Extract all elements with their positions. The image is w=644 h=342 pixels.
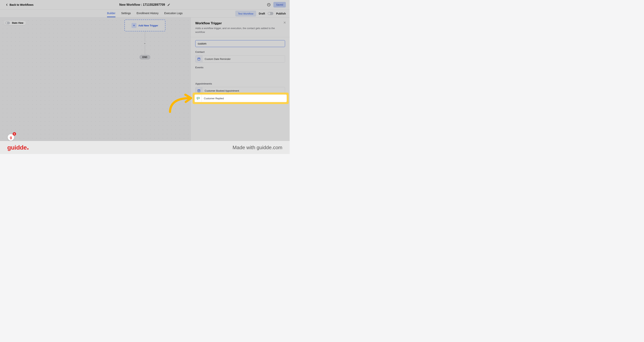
tab-execution[interactable]: Execution Logs <box>164 10 183 17</box>
tab-builder[interactable]: Builder <box>107 10 116 17</box>
footer-brand: guidde <box>7 144 28 151</box>
tabs: Builder Settings Enrollment History Exec… <box>107 10 182 17</box>
back-to-workflows-link[interactable]: Back to Workflows <box>6 3 34 6</box>
flow-connector <box>145 31 145 42</box>
panel-body: Contact Custom Date Reminder Events Appo… <box>191 37 290 141</box>
highlight-placeholder <box>195 71 285 82</box>
trigger-panel: Workflow Trigger Adds a workflow trigger… <box>190 17 290 141</box>
stats-label: Stats View <box>12 22 23 24</box>
panel-description: Adds a workflow trigger, and on executio… <box>195 26 285 34</box>
category-appointments-label: Appointments <box>195 82 285 85</box>
trigger-label: Customer Booked Appointment <box>202 89 242 92</box>
svg-rect-1 <box>198 58 200 60</box>
tabbar: Builder Settings Enrollment History Exec… <box>0 9 290 17</box>
tab-enrollment[interactable]: Enrollment History <box>137 10 158 17</box>
pencil-icon[interactable] <box>167 3 170 6</box>
chat-icon <box>195 95 202 102</box>
chevron-left-icon <box>6 4 8 6</box>
add-trigger-node[interactable]: Add New Trigger <box>124 19 166 31</box>
footer-madewith: Made with guidde.com <box>232 145 282 151</box>
publish-toggle[interactable] <box>268 12 273 15</box>
close-button[interactable] <box>283 21 286 25</box>
guidde-badge[interactable]: g 6 <box>8 133 15 141</box>
plus-icon <box>132 23 136 28</box>
flow-connector <box>145 45 145 55</box>
add-trigger-label: Add New Trigger <box>138 24 158 27</box>
add-step-button[interactable]: + <box>143 42 146 45</box>
tabbar-right: Test Workflow Draft Publish <box>235 10 286 16</box>
end-node: END <box>139 55 150 59</box>
saved-button[interactable]: Saved <box>273 2 286 7</box>
close-icon <box>283 21 286 24</box>
category-contact-label: Contact <box>195 50 285 53</box>
history-icon[interactable] <box>267 3 271 7</box>
tab-settings[interactable]: Settings <box>121 10 131 17</box>
trigger-search-input[interactable] <box>195 40 285 47</box>
panel-title: Workflow Trigger <box>195 21 285 25</box>
draft-label: Draft <box>259 12 265 15</box>
test-workflow-button[interactable]: Test Workflow <box>235 10 256 16</box>
publish-label: Publish <box>276 12 286 15</box>
trigger-label: Custom Date Reminder <box>202 57 233 60</box>
panel-header: Workflow Trigger Adds a workflow trigger… <box>191 17 290 37</box>
stats-view-pill[interactable]: Stats View <box>4 21 26 25</box>
svg-rect-2 <box>198 90 200 92</box>
trigger-label: Customer Replied <box>202 97 226 100</box>
footer: guidde Made with guidde.com <box>0 141 290 154</box>
back-label: Back to Workflows <box>10 3 34 6</box>
topbar-right: Saved <box>267 2 286 7</box>
badge-count: 6 <box>13 132 16 136</box>
title-wrap: New Workflow : 1711552897709 <box>119 3 170 6</box>
trigger-custom-date-reminder[interactable]: Custom Date Reminder <box>195 55 285 62</box>
calendar-icon <box>196 55 202 62</box>
workflow-title: New Workflow : 1711552897709 <box>119 3 165 6</box>
highlight-customer-replied: Customer Replied <box>192 93 289 104</box>
category-events-label: Events <box>195 66 285 69</box>
trigger-customer-replied[interactable]: Customer Replied <box>194 94 287 102</box>
topbar: Back to Workflows New Workflow : 1711552… <box>0 0 290 9</box>
stats-toggle[interactable] <box>5 22 10 24</box>
